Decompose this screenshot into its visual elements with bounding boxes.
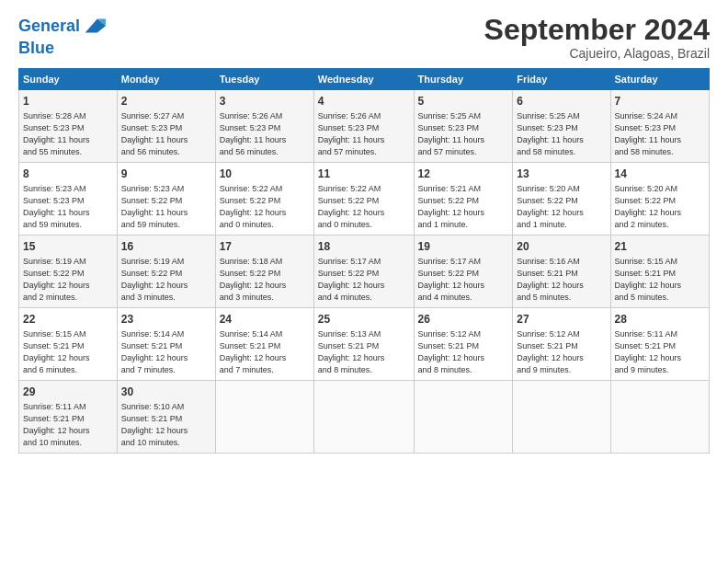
- calendar-cell: 4Sunrise: 5:26 AM Sunset: 5:23 PM Daylig…: [313, 90, 414, 163]
- day-info: Sunrise: 5:19 AM Sunset: 5:22 PM Dayligh…: [121, 256, 211, 304]
- day-info: Sunrise: 5:11 AM Sunset: 5:21 PM Dayligh…: [23, 401, 113, 449]
- day-info: Sunrise: 5:19 AM Sunset: 5:22 PM Dayligh…: [23, 256, 113, 304]
- calendar-cell: 15Sunrise: 5:19 AM Sunset: 5:22 PM Dayli…: [19, 236, 118, 308]
- calendar-cell: 25Sunrise: 5:13 AM Sunset: 5:21 PM Dayli…: [313, 308, 414, 381]
- calendar-cell: 23Sunrise: 5:14 AM Sunset: 5:21 PM Dayli…: [117, 308, 215, 381]
- calendar-cell: 21Sunrise: 5:15 AM Sunset: 5:21 PM Dayli…: [610, 236, 709, 308]
- calendar-cell: 28Sunrise: 5:11 AM Sunset: 5:21 PM Dayli…: [610, 308, 709, 381]
- title-area: September 2024 Cajueiro, Alagoas, Brazil: [484, 14, 710, 61]
- day-info: Sunrise: 5:12 AM Sunset: 5:21 PM Dayligh…: [517, 328, 606, 376]
- day-number: 5: [418, 94, 509, 109]
- day-number: 27: [517, 312, 606, 327]
- weekday-header-row: SundayMondayTuesdayWednesdayThursdayFrid…: [19, 69, 710, 90]
- day-number: 11: [318, 167, 410, 182]
- day-info: Sunrise: 5:14 AM Sunset: 5:21 PM Dayligh…: [220, 328, 310, 376]
- calendar-cell: [313, 381, 414, 454]
- day-number: 19: [418, 239, 509, 255]
- day-number: 9: [121, 167, 211, 182]
- logo-blue: Blue: [18, 40, 108, 58]
- day-info: Sunrise: 5:25 AM Sunset: 5:23 PM Dayligh…: [517, 110, 606, 158]
- day-number: 30: [121, 385, 211, 400]
- calendar-cell: 11Sunrise: 5:22 AM Sunset: 5:22 PM Dayli…: [313, 163, 414, 236]
- day-number: 28: [615, 312, 705, 327]
- calendar-cell: [513, 381, 610, 454]
- day-info: Sunrise: 5:20 AM Sunset: 5:22 PM Dayligh…: [615, 183, 705, 231]
- day-number: 15: [23, 239, 113, 255]
- weekday-wednesday: Wednesday: [313, 69, 414, 90]
- calendar-cell: 26Sunrise: 5:12 AM Sunset: 5:21 PM Dayli…: [414, 308, 513, 381]
- calendar-cell: 1Sunrise: 5:28 AM Sunset: 5:23 PM Daylig…: [19, 90, 118, 163]
- day-number: 16: [121, 239, 211, 255]
- day-number: 8: [23, 167, 113, 182]
- calendar-cell: 9Sunrise: 5:23 AM Sunset: 5:22 PM Daylig…: [117, 163, 215, 236]
- day-info: Sunrise: 5:15 AM Sunset: 5:21 PM Dayligh…: [615, 256, 705, 304]
- day-info: Sunrise: 5:23 AM Sunset: 5:22 PM Dayligh…: [121, 183, 211, 231]
- day-number: 7: [615, 94, 705, 109]
- day-number: 4: [318, 94, 410, 109]
- week-row-2: 8Sunrise: 5:23 AM Sunset: 5:23 PM Daylig…: [19, 163, 710, 236]
- calendar-cell: 20Sunrise: 5:16 AM Sunset: 5:21 PM Dayli…: [513, 236, 610, 308]
- day-number: 24: [220, 312, 310, 327]
- weekday-monday: Monday: [117, 69, 215, 90]
- day-info: Sunrise: 5:17 AM Sunset: 5:22 PM Dayligh…: [318, 256, 410, 304]
- logo: General Blue: [18, 14, 108, 58]
- day-info: Sunrise: 5:27 AM Sunset: 5:23 PM Dayligh…: [121, 110, 211, 158]
- day-info: Sunrise: 5:26 AM Sunset: 5:23 PM Dayligh…: [220, 110, 310, 158]
- day-info: Sunrise: 5:14 AM Sunset: 5:21 PM Dayligh…: [121, 328, 211, 376]
- calendar-cell: 2Sunrise: 5:27 AM Sunset: 5:23 PM Daylig…: [117, 90, 215, 163]
- page: General Blue September 2024 Cajueiro, Al…: [0, 0, 728, 563]
- logo-icon: [82, 14, 108, 40]
- weekday-friday: Friday: [513, 69, 610, 90]
- day-info: Sunrise: 5:26 AM Sunset: 5:23 PM Dayligh…: [318, 110, 410, 158]
- weekday-sunday: Sunday: [19, 69, 118, 90]
- day-number: 23: [121, 312, 211, 327]
- day-info: Sunrise: 5:12 AM Sunset: 5:21 PM Dayligh…: [418, 328, 509, 376]
- calendar-cell: [610, 381, 709, 454]
- day-info: Sunrise: 5:28 AM Sunset: 5:23 PM Dayligh…: [23, 110, 113, 158]
- header: General Blue September 2024 Cajueiro, Al…: [18, 14, 710, 61]
- day-info: Sunrise: 5:22 AM Sunset: 5:22 PM Dayligh…: [220, 183, 310, 231]
- day-info: Sunrise: 5:10 AM Sunset: 5:21 PM Dayligh…: [121, 401, 211, 449]
- day-number: 14: [615, 167, 705, 182]
- calendar-cell: 5Sunrise: 5:25 AM Sunset: 5:23 PM Daylig…: [414, 90, 513, 163]
- week-row-4: 22Sunrise: 5:15 AM Sunset: 5:21 PM Dayli…: [19, 308, 710, 381]
- day-number: 10: [220, 167, 310, 182]
- calendar-cell: 13Sunrise: 5:20 AM Sunset: 5:22 PM Dayli…: [513, 163, 610, 236]
- calendar-cell: 17Sunrise: 5:18 AM Sunset: 5:22 PM Dayli…: [215, 236, 313, 308]
- day-info: Sunrise: 5:24 AM Sunset: 5:23 PM Dayligh…: [615, 110, 705, 158]
- day-info: Sunrise: 5:18 AM Sunset: 5:22 PM Dayligh…: [220, 256, 310, 304]
- day-info: Sunrise: 5:15 AM Sunset: 5:21 PM Dayligh…: [23, 328, 113, 376]
- day-number: 22: [23, 312, 113, 327]
- calendar-cell: 30Sunrise: 5:10 AM Sunset: 5:21 PM Dayli…: [117, 381, 215, 454]
- day-number: 20: [517, 239, 606, 255]
- calendar-cell: 6Sunrise: 5:25 AM Sunset: 5:23 PM Daylig…: [513, 90, 610, 163]
- day-info: Sunrise: 5:16 AM Sunset: 5:21 PM Dayligh…: [517, 256, 606, 304]
- day-number: 26: [418, 312, 509, 327]
- day-info: Sunrise: 5:23 AM Sunset: 5:23 PM Dayligh…: [23, 183, 113, 231]
- day-number: 13: [517, 167, 606, 182]
- calendar-cell: 3Sunrise: 5:26 AM Sunset: 5:23 PM Daylig…: [215, 90, 313, 163]
- day-info: Sunrise: 5:13 AM Sunset: 5:21 PM Dayligh…: [318, 328, 410, 376]
- weekday-saturday: Saturday: [610, 69, 709, 90]
- calendar-cell: 29Sunrise: 5:11 AM Sunset: 5:21 PM Dayli…: [19, 381, 118, 454]
- day-info: Sunrise: 5:17 AM Sunset: 5:22 PM Dayligh…: [418, 256, 509, 304]
- calendar-cell: 8Sunrise: 5:23 AM Sunset: 5:23 PM Daylig…: [19, 163, 118, 236]
- logo-general: General: [18, 17, 80, 35]
- calendar-cell: [215, 381, 313, 454]
- day-number: 17: [220, 239, 310, 255]
- week-row-1: 1Sunrise: 5:28 AM Sunset: 5:23 PM Daylig…: [19, 90, 710, 163]
- week-row-3: 15Sunrise: 5:19 AM Sunset: 5:22 PM Dayli…: [19, 236, 710, 308]
- calendar-cell: 22Sunrise: 5:15 AM Sunset: 5:21 PM Dayli…: [19, 308, 118, 381]
- month-title: September 2024: [484, 14, 710, 46]
- day-info: Sunrise: 5:25 AM Sunset: 5:23 PM Dayligh…: [418, 110, 509, 158]
- day-number: 6: [517, 94, 606, 109]
- day-info: Sunrise: 5:20 AM Sunset: 5:22 PM Dayligh…: [517, 183, 606, 231]
- calendar-cell: 12Sunrise: 5:21 AM Sunset: 5:22 PM Dayli…: [414, 163, 513, 236]
- calendar-cell: 7Sunrise: 5:24 AM Sunset: 5:23 PM Daylig…: [610, 90, 709, 163]
- weekday-thursday: Thursday: [414, 69, 513, 90]
- subtitle: Cajueiro, Alagoas, Brazil: [484, 46, 710, 61]
- calendar-cell: 24Sunrise: 5:14 AM Sunset: 5:21 PM Dayli…: [215, 308, 313, 381]
- calendar-cell: 14Sunrise: 5:20 AM Sunset: 5:22 PM Dayli…: [610, 163, 709, 236]
- calendar-cell: 18Sunrise: 5:17 AM Sunset: 5:22 PM Dayli…: [313, 236, 414, 308]
- day-number: 18: [318, 239, 410, 255]
